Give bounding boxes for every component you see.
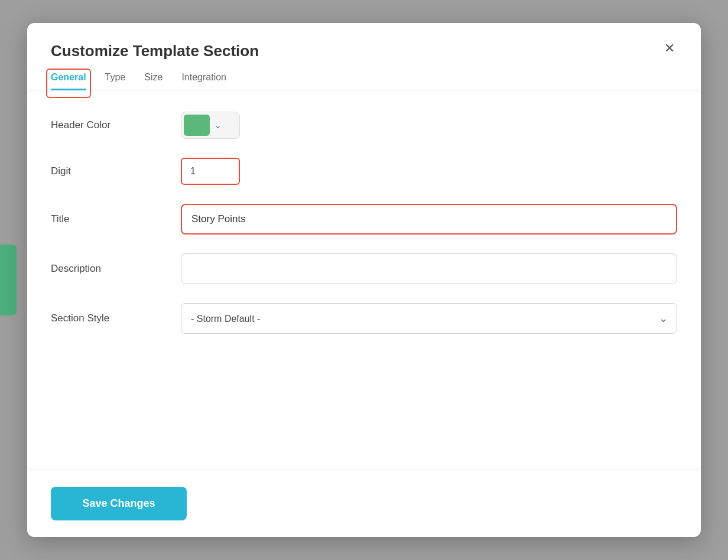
side-peek: [0, 245, 17, 315]
color-picker-button[interactable]: ⌄: [181, 112, 240, 139]
title-row: Title: [51, 204, 677, 235]
digit-control: [181, 158, 677, 185]
header-color-label: Header Color: [51, 119, 181, 131]
modal-body: Header Color ⌄ Digit Title: [27, 90, 701, 470]
header-color-row: Header Color ⌄: [51, 112, 677, 139]
description-input[interactable]: [181, 253, 677, 284]
color-swatch: [184, 115, 210, 136]
section-style-label: Section Style: [51, 312, 181, 324]
modal-header: Customize Template Section ✕: [27, 23, 701, 60]
select-wrapper: - Storm Default - Style 1 Style 2 Style …: [181, 303, 677, 334]
color-chevron-icon: ⌄: [214, 121, 222, 130]
digit-input[interactable]: [181, 158, 240, 185]
tab-integration[interactable]: Integration: [181, 72, 226, 90]
section-style-control: - Storm Default - Style 1 Style 2 Style …: [181, 303, 677, 334]
tab-general[interactable]: General: [51, 72, 86, 90]
save-changes-button[interactable]: Save Changes: [51, 487, 187, 520]
digit-label: Digit: [51, 165, 181, 177]
title-label: Title: [51, 213, 181, 225]
modal-overlay: Customize Template Section ✕ General Typ…: [0, 0, 728, 560]
modal-footer: Save Changes: [27, 470, 701, 537]
section-style-select[interactable]: - Storm Default - Style 1 Style 2 Style …: [181, 303, 677, 334]
description-row: Description: [51, 253, 677, 284]
digit-row: Digit: [51, 158, 677, 185]
tab-type[interactable]: Type: [105, 72, 126, 90]
header-color-control: ⌄: [181, 112, 677, 139]
section-style-row: Section Style - Storm Default - Style 1 …: [51, 303, 677, 334]
title-input[interactable]: [181, 204, 677, 235]
tabs-container: General Type Size Integration: [27, 60, 701, 90]
modal-dialog: Customize Template Section ✕ General Typ…: [27, 23, 701, 537]
close-button[interactable]: ✕: [662, 40, 677, 57]
title-control: [181, 204, 677, 235]
tab-size[interactable]: Size: [144, 72, 162, 90]
description-label: Description: [51, 263, 181, 275]
modal-title: Customize Template Section: [51, 42, 259, 60]
description-control: [181, 253, 677, 284]
tab-wrapper-general: General: [51, 72, 86, 90]
